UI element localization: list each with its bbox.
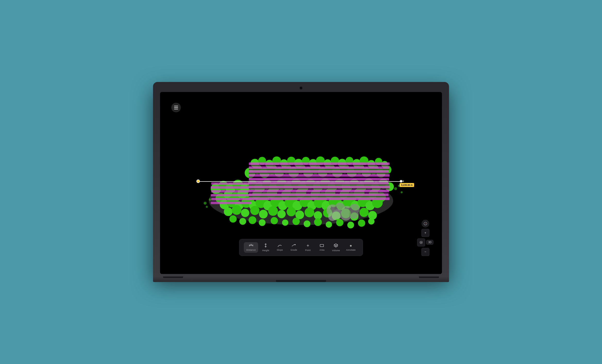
svg-rect-147 bbox=[249, 186, 390, 189]
compass-group bbox=[422, 220, 429, 227]
measurement-value-label: 8,239.96 m bbox=[400, 183, 414, 187]
view-3d-button[interactable]: 3D bbox=[426, 240, 433, 245]
distance-label: Distance bbox=[246, 249, 256, 251]
volume-icon bbox=[334, 243, 338, 248]
svg-point-47 bbox=[232, 205, 242, 215]
toolbar-area[interactable]: Area bbox=[315, 242, 328, 253]
svg-point-51 bbox=[268, 206, 278, 216]
svg-rect-180 bbox=[320, 244, 324, 247]
svg-rect-144 bbox=[249, 174, 390, 177]
svg-point-52 bbox=[277, 210, 286, 218]
svg-rect-153 bbox=[211, 190, 251, 193]
annotate-icon: ● bbox=[350, 244, 352, 248]
height-label: Height bbox=[262, 249, 269, 252]
svg-point-63 bbox=[230, 215, 237, 223]
svg-point-183 bbox=[421, 242, 422, 243]
laptop-base bbox=[153, 277, 449, 282]
svg-rect-163 bbox=[249, 188, 390, 190]
menu-line bbox=[174, 107, 178, 108]
svg-rect-151 bbox=[211, 183, 251, 185]
grade-icon bbox=[291, 244, 296, 248]
svg-point-176 bbox=[206, 206, 208, 208]
toolbar-point[interactable]: + Point bbox=[301, 242, 314, 253]
svg-point-53 bbox=[287, 207, 296, 216]
svg-rect-165 bbox=[249, 196, 390, 197]
svg-point-65 bbox=[249, 216, 256, 224]
grade-label: Grade bbox=[290, 249, 297, 251]
laptop-feet bbox=[153, 277, 449, 278]
svg-point-174 bbox=[204, 202, 207, 205]
toolbar-distance[interactable]: Distance bbox=[244, 242, 258, 253]
measurement-start-point bbox=[196, 179, 200, 183]
svg-point-181 bbox=[424, 222, 427, 225]
svg-point-61 bbox=[359, 208, 369, 217]
annotate-label: Annotate bbox=[346, 249, 355, 251]
distance-icon bbox=[249, 244, 253, 248]
svg-point-56 bbox=[314, 211, 322, 220]
view-2d-button[interactable] bbox=[417, 238, 425, 246]
svg-point-66 bbox=[259, 219, 266, 226]
svg-point-177 bbox=[394, 187, 397, 190]
svg-rect-141 bbox=[249, 162, 390, 165]
svg-point-69 bbox=[292, 218, 300, 225]
view-mode-group: 3D bbox=[417, 238, 433, 246]
svg-point-74 bbox=[347, 222, 354, 228]
measurement-line bbox=[198, 181, 401, 182]
svg-rect-154 bbox=[211, 194, 251, 197]
svg-rect-148 bbox=[249, 190, 389, 193]
svg-point-71 bbox=[314, 218, 322, 226]
svg-point-50 bbox=[259, 210, 268, 219]
toolbar-annotate[interactable]: ● Annotate bbox=[343, 242, 358, 253]
svg-rect-149 bbox=[249, 194, 389, 196]
point-icon: + bbox=[307, 243, 309, 248]
svg-rect-158 bbox=[249, 169, 390, 170]
toolbar-volume[interactable]: Volume bbox=[329, 242, 342, 253]
svg-point-76 bbox=[368, 218, 374, 225]
svg-point-175 bbox=[209, 199, 211, 201]
svg-point-55 bbox=[305, 208, 314, 217]
measurement-toolbar: Distance Height bbox=[239, 239, 363, 256]
svg-point-67 bbox=[271, 217, 278, 224]
laptop-screen: + 8,239.96 m Distance bbox=[160, 92, 442, 274]
svg-rect-159 bbox=[249, 173, 390, 174]
slope-icon bbox=[277, 244, 282, 248]
svg-rect-164 bbox=[249, 192, 390, 193]
svg-rect-150 bbox=[249, 198, 390, 200]
toolbar-height[interactable]: Height bbox=[259, 242, 272, 253]
laptop-foot-right bbox=[419, 277, 439, 278]
svg-point-64 bbox=[239, 218, 246, 225]
svg-point-72 bbox=[326, 221, 332, 228]
slope-label: Slope bbox=[277, 249, 283, 251]
svg-rect-156 bbox=[211, 202, 251, 204]
toolbar-grade[interactable]: Grade bbox=[287, 242, 300, 253]
view-controls: + 3D − bbox=[417, 220, 433, 256]
svg-point-49 bbox=[250, 206, 260, 215]
svg-point-62 bbox=[368, 211, 377, 220]
svg-point-179 bbox=[401, 192, 403, 194]
svg-point-172 bbox=[349, 209, 359, 219]
svg-rect-155 bbox=[211, 198, 251, 201]
screen-content: + 8,239.96 m Distance bbox=[160, 92, 442, 274]
svg-point-48 bbox=[241, 209, 249, 217]
height-icon bbox=[264, 243, 267, 248]
zoom-group: + bbox=[421, 229, 429, 237]
menu-button[interactable] bbox=[171, 103, 181, 112]
compass-button[interactable] bbox=[422, 220, 429, 227]
svg-point-173 bbox=[328, 212, 337, 221]
zoom-in-button[interactable]: + bbox=[421, 229, 429, 237]
zoom-out-group: − bbox=[421, 248, 429, 256]
area-icon bbox=[320, 244, 324, 248]
svg-rect-145 bbox=[249, 178, 389, 181]
svg-rect-152 bbox=[211, 186, 251, 189]
area-label: Area bbox=[319, 249, 324, 251]
point-label: Point bbox=[305, 249, 311, 251]
zoom-out-button[interactable]: − bbox=[421, 248, 429, 256]
menu-line bbox=[174, 106, 178, 106]
toolbar-slope[interactable]: Slope bbox=[273, 242, 286, 253]
svg-point-46 bbox=[224, 207, 233, 216]
svg-point-70 bbox=[304, 221, 311, 227]
svg-rect-143 bbox=[249, 170, 389, 173]
point-cloud-svg bbox=[197, 110, 405, 228]
svg-rect-142 bbox=[249, 166, 389, 169]
svg-point-73 bbox=[336, 219, 343, 226]
